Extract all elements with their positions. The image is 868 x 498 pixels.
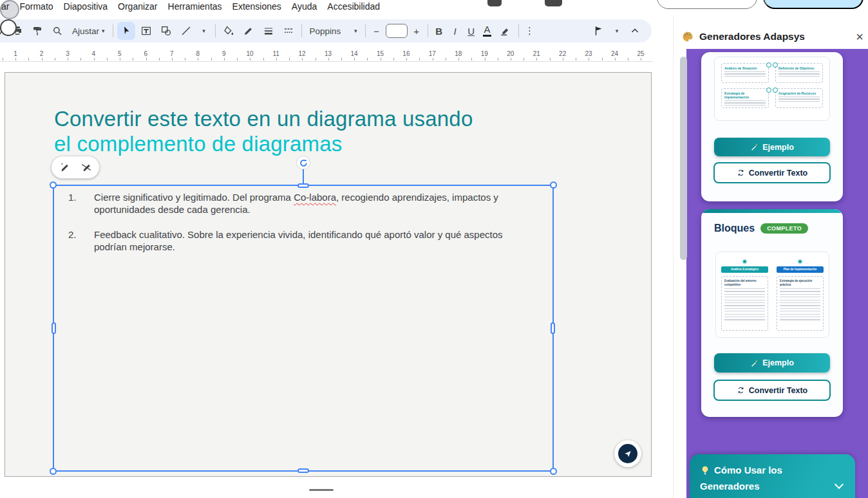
- border-color-button[interactable]: [240, 22, 258, 40]
- ruler-number: 19: [481, 50, 488, 57]
- menu-ar[interactable]: ar: [0, 0, 14, 13]
- increase-font-size-button[interactable]: +: [410, 22, 424, 40]
- resize-handle-bottom-right[interactable]: [550, 468, 557, 475]
- font-family-dropdown[interactable]: Poppins ▾: [306, 26, 361, 36]
- menu-accesibilidad[interactable]: Accesibilidad: [322, 0, 385, 13]
- example-button-2[interactable]: Ejemplo: [714, 353, 830, 373]
- border-weight-button[interactable]: [259, 22, 278, 40]
- fill-color-button[interactable]: [220, 22, 238, 40]
- example-button-1[interactable]: Ejemplo: [714, 138, 830, 156]
- font-family-label: Poppins: [310, 26, 341, 36]
- menu-organizar[interactable]: Organizar: [113, 0, 162, 13]
- diagram-preview: Análisis Estratégico Evaluación del ento…: [715, 252, 829, 338]
- close-icon: ×: [856, 30, 863, 44]
- line-dash-icon: [283, 25, 294, 37]
- resize-handle-bottom-left[interactable]: [50, 468, 57, 475]
- magnifier-icon: [52, 25, 63, 37]
- pointer-flag-button[interactable]: [590, 22, 608, 40]
- diagram-preview: Análisis de SituaciónDefinición de Objet…: [714, 57, 830, 121]
- slide-canvas[interactable]: Convertir este texto en un diagrama usan…: [5, 72, 652, 477]
- selected-text-box[interactable]: 1.Cierre significativo y legitimado. Del…: [53, 185, 554, 472]
- resize-handle-top-right[interactable]: [550, 181, 557, 189]
- menu-formato[interactable]: Formato: [14, 0, 58, 13]
- card-title: Bloques: [714, 223, 755, 234]
- ruler-number: 6: [144, 50, 148, 57]
- diagram-node: Asignación de Recursos: [775, 88, 823, 108]
- share-button[interactable]: [763, 0, 863, 9]
- numbered-list[interactable]: 1.Cierre significativo y legitimado. Del…: [54, 192, 552, 266]
- resize-handle-top-left[interactable]: [50, 181, 57, 189]
- rotate-icon: [299, 158, 308, 168]
- caret-down-icon: ▾: [202, 28, 205, 34]
- text-color-button[interactable]: A: [480, 22, 495, 40]
- border-dash-button[interactable]: [279, 22, 297, 40]
- pen-slash-button[interactable]: [79, 160, 94, 175]
- adapsys-sidebar: Generadores Adapsys × Análisis de Situac…: [673, 0, 868, 498]
- lightbulb-icon: [700, 465, 710, 475]
- ai-edit-button[interactable]: [57, 160, 72, 175]
- resize-handle-right[interactable]: [551, 322, 555, 334]
- how-to-use-accordion[interactable]: Cómo Usar los Generadores: [690, 454, 855, 498]
- line-tool-button[interactable]: [177, 22, 195, 40]
- menubar: arFormatoDiapositivaOrganizarHerramienta…: [0, 0, 868, 15]
- select-tool-button[interactable]: [117, 22, 135, 40]
- bold-button[interactable]: B: [432, 22, 446, 40]
- slideshow-button[interactable]: [657, 0, 757, 9]
- resize-handle-left[interactable]: [52, 322, 56, 334]
- rotate-handle[interactable]: [297, 156, 310, 169]
- sidebar-header: Generadores Adapsys ×: [681, 26, 868, 48]
- collapse-toolbar-button[interactable]: [626, 22, 644, 40]
- history-icon[interactable]: [0, 19, 17, 36]
- ruler-number: 3: [66, 50, 70, 57]
- adapsys-fab-button[interactable]: [614, 440, 641, 467]
- generator-card-flow: Análisis de SituaciónDefinición de Objet…: [701, 52, 843, 201]
- ruler-number: 15: [377, 50, 384, 57]
- resize-handle-top[interactable]: [297, 183, 309, 188]
- zoom-button[interactable]: [48, 22, 66, 40]
- ruler-number: 24: [611, 50, 618, 57]
- menu-extensiones[interactable]: Extensiones: [227, 0, 287, 13]
- shape-tool-button[interactable]: [157, 22, 175, 40]
- convert-icon: [737, 386, 745, 394]
- textbox-tool-button[interactable]: [137, 22, 155, 40]
- comment-icon[interactable]: [487, 0, 502, 6]
- line-tool-dropdown[interactable]: ▾: [197, 22, 211, 40]
- underline-button[interactable]: U: [464, 22, 478, 40]
- menu-diapositiva[interactable]: Diapositiva: [59, 0, 113, 13]
- menu-herramientas[interactable]: Herramientas: [163, 0, 227, 13]
- meet-icon[interactable]: [545, 0, 562, 6]
- list-item: 1.Cierre significativo y legitimado. Del…: [54, 192, 552, 216]
- resize-handle-bottom[interactable]: [297, 468, 309, 473]
- diagram-node: Definición de Objetivos: [775, 63, 823, 83]
- font-size-input[interactable]: [386, 24, 408, 38]
- paint-format-button[interactable]: [28, 22, 46, 40]
- textbox-icon: [140, 25, 152, 37]
- convert-text-button-2[interactable]: Convertir Texto: [713, 380, 831, 401]
- decrease-font-size-button[interactable]: −: [370, 22, 384, 40]
- toolbar-separator: [301, 24, 302, 37]
- more-options-button[interactable]: ⋮: [523, 22, 537, 40]
- notes-divider-handle[interactable]: [309, 489, 334, 491]
- menu-ayuda[interactable]: Ayuda: [287, 0, 322, 13]
- ruler-number: 23: [585, 50, 592, 57]
- caret-down-icon: ▾: [354, 28, 357, 34]
- toolbar-separator: [215, 24, 216, 37]
- highlighter-icon: [500, 25, 511, 37]
- chevron-up-icon: [629, 25, 641, 37]
- line-weight-icon: [263, 25, 274, 37]
- google-slides-app: arFormatoDiapositivaOrganizarHerramienta…: [0, 0, 868, 498]
- pointer-flag-dropdown[interactable]: ▾: [610, 22, 624, 40]
- italic-button[interactable]: I: [448, 22, 462, 40]
- slide-title[interactable]: Convertir este texto en un diagrama usan…: [54, 106, 473, 156]
- sidebar-scrollbar[interactable]: [680, 57, 687, 260]
- column-header: Análisis Estratégico: [721, 266, 768, 273]
- convert-text-button-1[interactable]: Convertir Texto: [713, 162, 831, 183]
- shapes-icon: [160, 25, 172, 37]
- sidebar-title: Generadores Adapsys: [699, 31, 805, 42]
- slide-title-line2: el complemento de diagramas: [54, 131, 473, 156]
- highlight-color-button[interactable]: [496, 22, 514, 40]
- close-sidebar-button[interactable]: ×: [851, 28, 868, 45]
- fit-zoom-dropdown[interactable]: Ajustar ▾: [68, 26, 109, 36]
- diagram-column: Plan de Implementación Estrategia de eje…: [777, 259, 824, 331]
- ruler-number: 22: [559, 50, 566, 57]
